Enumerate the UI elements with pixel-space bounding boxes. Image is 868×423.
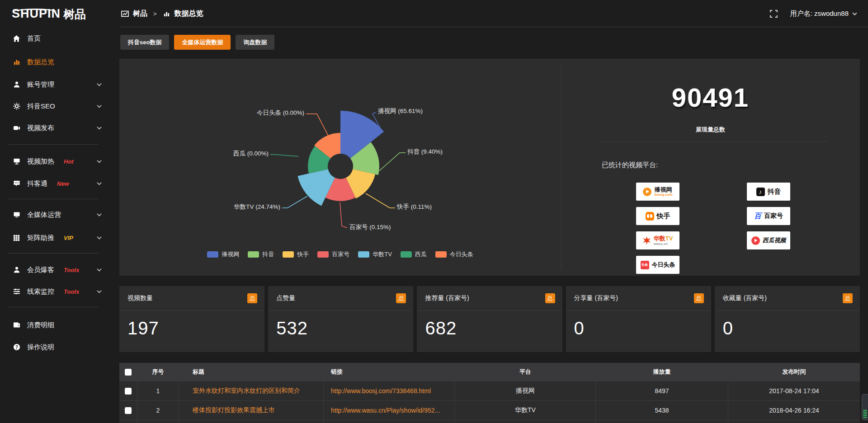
- sidebar-item-help[interactable]: 操作说明: [0, 340, 108, 354]
- sidebar-item-lead-monitor[interactable]: 线索监控 Tools: [0, 285, 108, 298]
- sidebar-item-matrix-boost[interactable]: 矩阵助推 VIP: [0, 231, 108, 244]
- pie-label-wasutv: 华数TV (24.74%): [234, 203, 280, 211]
- tab-omnimedia-data[interactable]: 全媒体运营数据: [174, 35, 231, 50]
- app-logo[interactable]: SHUPIN 树品: [0, 8, 108, 20]
- sidebar-item-doukewtong[interactable]: 抖客通 New: [0, 177, 108, 190]
- col-header-plays: 播放量: [596, 363, 728, 381]
- sliders-icon: [13, 288, 20, 296]
- video-title-link[interactable]: 室外水纹灯和室内水纹灯的区别和简介: [193, 387, 300, 395]
- user-icon: [13, 81, 20, 89]
- hot-badge: Hot: [64, 158, 74, 165]
- rose-pie-svg[interactable]: [119, 59, 561, 276]
- vip-badge: VIP: [64, 235, 73, 241]
- breadcrumb: 树品 > 数据总览: [121, 9, 203, 19]
- pie-slice-华数TV: [297, 169, 335, 206]
- cell-time: 2018-04-26 16:24: [728, 401, 860, 420]
- header-divider: [119, 27, 868, 27]
- table-row: [119, 420, 860, 423]
- stat-cards-row: 视频数量总 197 点赞量总 532 推荐量 (百家号)总 682 分享量 (百…: [119, 286, 860, 352]
- chart-icon: [13, 58, 20, 66]
- user-menu[interactable]: 用户名: zswodun88: [790, 9, 857, 18]
- legend-item[interactable]: 百家号: [317, 250, 349, 258]
- sidebar-divider: [8, 144, 99, 145]
- breadcrumb-root[interactable]: 树品: [133, 9, 147, 19]
- stat-value: 0: [566, 318, 711, 338]
- stat-value: 0: [715, 318, 860, 338]
- gear-icon: [13, 103, 20, 110]
- legend-item[interactable]: 快手: [283, 250, 309, 258]
- tab-douyin-seo-data[interactable]: 抖音seo数据: [120, 35, 169, 50]
- total-impressions-value: 90491: [561, 82, 860, 113]
- stat-card-likes: 点赞量总 532: [268, 286, 413, 352]
- sidebar-item-data-overview[interactable]: 数据总览: [0, 55, 108, 69]
- total-badge[interactable]: 总: [694, 293, 704, 303]
- sidebar-item-omnimedia[interactable]: 全媒体运营: [0, 208, 108, 221]
- tab-inquiry-data[interactable]: 询盘数据: [236, 35, 274, 50]
- breadcrumb-separator: >: [151, 10, 159, 17]
- sidebar-item-home[interactable]: 首页: [0, 32, 108, 45]
- sidebar: 首页 数据总览 账号管理 抖音SEO 视频发布: [0, 27, 108, 423]
- cell-no: 2: [137, 401, 179, 420]
- xigua-play-icon: [751, 236, 760, 245]
- table-row: 2 楼体投影灯投影效果震撼上市 http://www.wasu.cn/Play/…: [119, 400, 860, 420]
- floating-widget[interactable]: [862, 394, 868, 420]
- sidebar-item-video-publish[interactable]: 视频发布: [0, 121, 108, 135]
- total-badge[interactable]: 总: [396, 293, 406, 303]
- cell-platform: 播视网: [455, 381, 596, 400]
- platform-logo-douyin: 抖音: [747, 183, 790, 201]
- col-header-link: 链接: [324, 363, 455, 381]
- legend-item[interactable]: 今日头条: [435, 250, 473, 258]
- col-header-time: 发布时间: [728, 363, 860, 381]
- row-checkbox[interactable]: [125, 407, 132, 414]
- bar-chart-icon: [163, 10, 170, 18]
- sidebar-item-douyin-seo[interactable]: 抖音SEO: [0, 99, 108, 113]
- select-all-checkbox[interactable]: [125, 369, 132, 376]
- question-circle-icon: [13, 343, 20, 351]
- cell-time: 2017-08-24 17:04: [728, 381, 860, 400]
- sidebar-item-expense-detail[interactable]: 消费明细: [0, 318, 108, 332]
- top-bar: SHUPIN 树品 树品 > 数据总览 用户名: zswodun88: [0, 0, 868, 27]
- chevron-down-icon: [97, 81, 101, 86]
- logo-arc: [14, 9, 57, 15]
- stat-value: 197: [119, 318, 264, 338]
- platforms-title: 已统计的视频平台:: [602, 161, 658, 169]
- cell-plays: 8497: [596, 381, 728, 400]
- screen-icon: [13, 211, 20, 219]
- video-url-link[interactable]: http://www.wasu.cn/Play/show/id/952...: [331, 407, 440, 414]
- cell-plays: 5438: [596, 401, 728, 420]
- sidebar-item-account[interactable]: 账号管理: [0, 78, 108, 91]
- legend-item[interactable]: 西瓜: [401, 250, 427, 258]
- image-icon: [121, 10, 129, 18]
- table-header-row: 序号 标题 链接 平台 播放量 发布时间: [119, 363, 860, 381]
- pie-label-xigua: 西瓜 (0.00%): [233, 150, 269, 158]
- platform-logo-kuaishou: 快手: [636, 207, 679, 225]
- pie-label-toutiao: 今日头条 (0.00%): [257, 109, 304, 117]
- legend-item[interactable]: 抖音: [248, 250, 274, 258]
- chevron-down-icon: [97, 235, 101, 239]
- member-icon: [13, 266, 20, 274]
- total-impressions-label: 展现量总数: [561, 126, 860, 134]
- boosj-play-icon: [643, 188, 651, 196]
- video-url-link[interactable]: http://www.boosj.com/7338468.html: [331, 387, 431, 395]
- fullscreen-icon[interactable]: [770, 10, 778, 18]
- pie-label-boshiwang: 播视网 (65.61%): [378, 107, 423, 115]
- total-badge[interactable]: 总: [545, 293, 555, 303]
- legend-item[interactable]: 华数TV: [358, 250, 392, 258]
- total-badge[interactable]: 总: [843, 293, 853, 303]
- music-note-icon: [756, 188, 765, 196]
- stat-card-shares: 分享量 (百家号)总 0: [566, 286, 711, 352]
- row-checkbox[interactable]: [125, 388, 132, 395]
- video-title-link[interactable]: 楼体投影灯投影效果震撼上市: [193, 406, 275, 414]
- chevron-down-icon: [97, 125, 101, 129]
- video-camera-icon: [13, 124, 20, 132]
- sidebar-item-video-heat[interactable]: 视频加热 Hot: [0, 155, 108, 168]
- sidebar-item-member-burst[interactable]: 会员爆客 Tools: [0, 263, 108, 277]
- chevron-down-icon: [97, 158, 101, 163]
- stat-card-recommends: 推荐量 (百家号)总 682: [417, 286, 562, 352]
- stat-value: 532: [268, 318, 413, 338]
- total-badge[interactable]: 总: [247, 293, 257, 303]
- col-header-title: 标题: [179, 363, 324, 381]
- chevron-down-icon: [97, 288, 101, 293]
- legend-item[interactable]: 播视网: [207, 250, 239, 258]
- toutiao-icon: 头条: [641, 261, 649, 269]
